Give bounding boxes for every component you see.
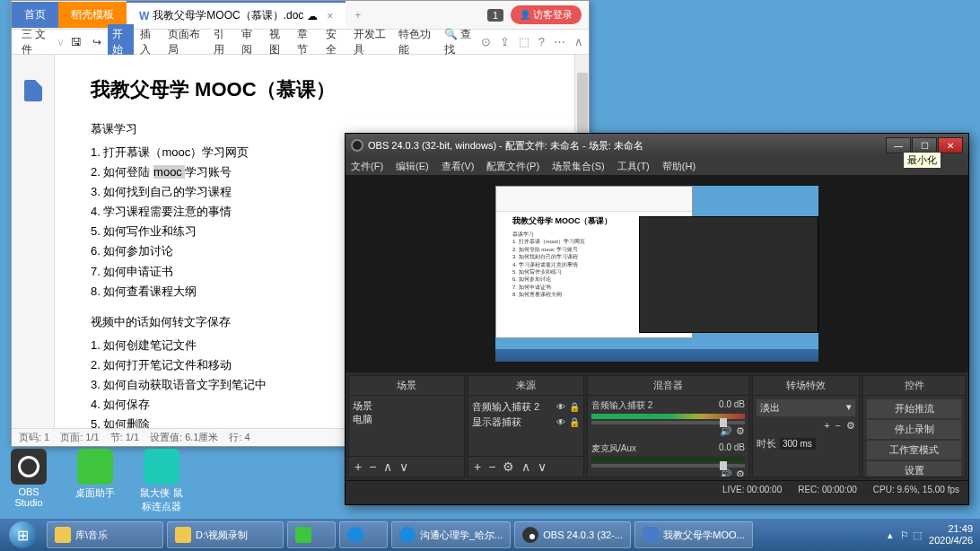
line-number: 行: 4 <box>229 431 249 444</box>
volume-slider[interactable] <box>591 464 745 468</box>
minimize-tooltip: 最小化 <box>903 152 941 169</box>
start-button[interactable] <box>0 519 45 551</box>
highlighted-text: mooc <box>153 165 185 179</box>
panel-scenes: 场景 场景 电脑 + − ∧ ∨ <box>348 375 465 477</box>
start-stream-button[interactable]: 开始推流 <box>867 399 961 418</box>
obs-title: OBS 24.0.3 (32-bit, windows) - 配置文件: 未命名… <box>368 139 643 153</box>
preview-canvas: 我教父母学 MOOC（慕课） 慕课学习1. 打开慕课（mooc）学习网页2. 如… <box>495 186 818 362</box>
collapse-icon[interactable]: ∧ <box>574 35 583 48</box>
redo-icon[interactable]: ↪ <box>88 33 106 51</box>
obs-window: OBS 24.0.3 (32-bit, windows) - 配置文件: 未命名… <box>345 133 969 505</box>
setting-value: 设置值: 6.1厘米 <box>150 431 218 444</box>
duration-input[interactable]: 300 ms <box>780 438 816 450</box>
app-icon <box>144 449 179 485</box>
desktop-icon-obs[interactable]: OBS Studio <box>4 449 54 513</box>
wps-sidebar <box>12 55 55 428</box>
taskbar-item[interactable] <box>287 521 336 548</box>
up-icon[interactable]: ∧ <box>521 459 530 474</box>
menu-view[interactable]: 查看(V) <box>442 160 475 173</box>
save-icon[interactable]: 🖫 <box>66 33 86 51</box>
volume-slider[interactable] <box>591 421 745 424</box>
folder-icon <box>175 527 191 543</box>
menu-tools[interactable]: 工具(T) <box>617 160 650 173</box>
lock-icon[interactable]: 🔒 <box>569 417 580 427</box>
tray-icon[interactable]: ⬚ <box>913 529 922 541</box>
lock-icon[interactable]: 🔒 <box>569 402 580 412</box>
more-icon[interactable]: ⋯ <box>554 35 565 48</box>
wps-toolbar: 三 文件 ∨ 🖫 ↪ 开始 插入 页面布局 引用 审阅 视图 章节 安全 开发工… <box>12 30 589 55</box>
gear-icon[interactable]: ⚙ <box>846 420 855 432</box>
tab-doc-label: 我教父母学MOOC（慕课）.doc <box>153 8 303 23</box>
gear-icon[interactable]: ⚙ <box>736 468 745 477</box>
panel-header: 混音器 <box>588 376 748 396</box>
desktop-icon-clicker[interactable]: 鼠大侠 鼠标连点器 <box>136 449 187 513</box>
tab-sync-icon[interactable]: ☁ <box>307 10 318 22</box>
settings-button[interactable]: 设置 <box>867 461 961 477</box>
browser-icon <box>399 527 416 543</box>
down-icon[interactable]: ∨ <box>538 459 547 474</box>
page-count: 页面: 1/1 <box>60 431 99 444</box>
add-icon[interactable]: + <box>824 420 829 432</box>
remove-icon[interactable]: − <box>836 420 841 432</box>
page-number: 页码: 1 <box>19 431 49 444</box>
taskbar-item[interactable] <box>339 521 388 548</box>
eye-icon[interactable]: 👁 <box>556 417 565 427</box>
obs-panels: 场景 场景 电脑 + − ∧ ∨ 来源 音频输入捕获 2 👁🔒 显示器捕获 <box>346 372 968 480</box>
mixer-track: 麦克风/Aux0.0 dB 🔊⚙ <box>591 442 745 477</box>
remove-icon[interactable]: − <box>488 459 495 474</box>
section-count: 节: 1/1 <box>110 431 139 444</box>
app-icon <box>295 527 311 543</box>
document-icon[interactable] <box>24 80 42 101</box>
tray-icon[interactable]: ⚐ <box>900 529 909 541</box>
obs-preview[interactable]: 我教父母学 MOOC（慕课） 慕课学习1. 打开慕课（mooc）学习网页2. 如… <box>346 175 968 372</box>
up-icon[interactable]: ∧ <box>383 459 392 474</box>
remove-icon[interactable]: − <box>369 459 376 474</box>
taskbar-item[interactable]: 库\音乐 <box>47 521 163 548</box>
menu-edit[interactable]: 编辑(E) <box>396 160 429 173</box>
obs-statusbar: LIVE: 00:00:00 REC: 00:00:00 CPU: 9.6%, … <box>346 480 968 498</box>
sync-icon[interactable]: ⊙ <box>481 35 491 48</box>
down-icon[interactable]: ∨ <box>399 459 408 474</box>
rec-status: REC: 00:00:00 <box>798 485 857 494</box>
obs-icon <box>11 449 47 485</box>
taskbar-item[interactable]: 沟通心理学_哈尔... <box>391 521 511 548</box>
taskbar-item[interactable]: D:\视频录制 <box>167 521 284 548</box>
scene-item[interactable]: 电脑 <box>353 413 460 426</box>
obs-titlebar[interactable]: OBS 24.0.3 (32-bit, windows) - 配置文件: 未命名… <box>346 134 968 157</box>
menu-help[interactable]: 帮助(H) <box>662 160 696 173</box>
windows-icon <box>9 521 36 548</box>
taskbar-item[interactable]: OBS 24.0.3 (32-... <box>514 521 631 548</box>
app-icon <box>77 449 113 485</box>
help-icon[interactable]: ? <box>538 35 545 48</box>
menu-profile[interactable]: 配置文件(P) <box>486 160 539 173</box>
wps-icon <box>643 527 659 543</box>
close-button[interactable]: ✕ <box>938 137 963 153</box>
menu-scene[interactable]: 场景集合(S) <box>552 160 605 173</box>
export-icon[interactable]: ⬚ <box>519 35 529 48</box>
stop-record-button[interactable]: 停止录制 <box>867 420 961 439</box>
transition-select[interactable]: 淡出▾ <box>757 399 855 416</box>
obs-icon <box>351 139 363 152</box>
gear-icon[interactable]: ⚙ <box>736 425 745 437</box>
studio-mode-button[interactable]: 工作室模式 <box>867 441 961 459</box>
login-button[interactable]: 访客登录 <box>511 5 582 24</box>
source-item[interactable]: 显示器捕获 👁🔒 <box>472 415 580 430</box>
desktop-icon-helper[interactable]: 桌面助手 <box>70 449 120 513</box>
gear-icon[interactable]: ⚙ <box>503 459 514 474</box>
taskbar: 库\音乐 D:\视频录制 沟通心理学_哈尔... OBS 24.0.3 (32-… <box>0 519 980 551</box>
scene-item[interactable]: 场景 <box>353 399 460 413</box>
close-icon[interactable]: × <box>327 10 333 22</box>
source-item[interactable]: 音频输入捕获 2 👁🔒 <box>472 399 580 415</box>
panel-header: 来源 <box>468 376 583 396</box>
menu-file[interactable]: 文件(F) <box>351 160 383 173</box>
tray-chevron-icon[interactable]: ▴ <box>888 529 893 541</box>
system-tray: ▴ ⚐ ⬚ 21:49 2020/4/26 <box>880 523 980 547</box>
add-icon[interactable]: + <box>474 459 481 474</box>
add-icon[interactable]: + <box>354 459 362 474</box>
share-icon[interactable]: ⇪ <box>500 35 510 48</box>
eye-icon[interactable]: 👁 <box>556 402 565 412</box>
panel-mixer: 混音器 音频输入捕获 20.0 dB 🔊⚙ 麦克风/Aux0.0 dB 🔊⚙ <box>587 375 749 477</box>
notification-badge[interactable]: 1 <box>487 9 503 22</box>
clock[interactable]: 21:49 2020/4/26 <box>929 523 973 547</box>
taskbar-item[interactable]: 我教父母学MOO... <box>634 521 752 548</box>
